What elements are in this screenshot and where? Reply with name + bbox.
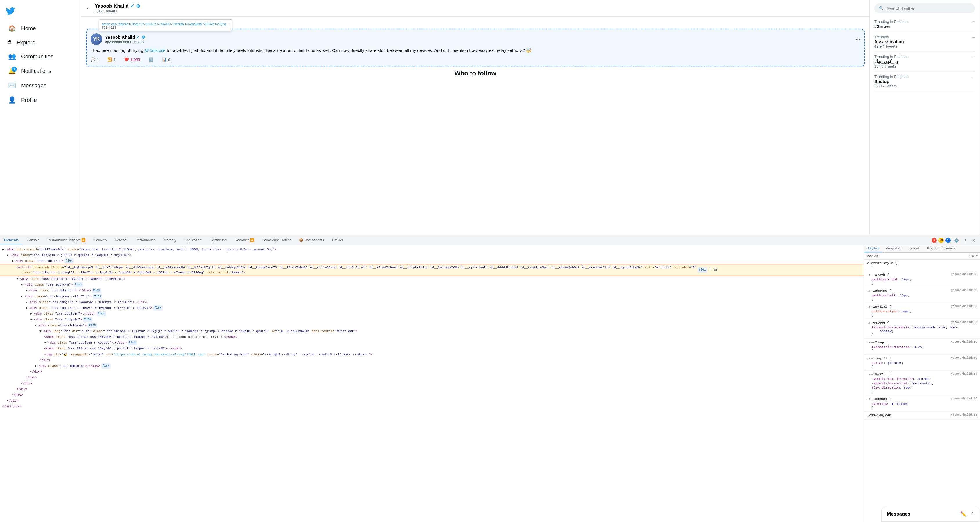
style-selector-6: .r-1loqt21 { [867, 356, 891, 360]
devtools-tab-js-profiler[interactable]: JavaScript Profiler [258, 236, 294, 244]
trending-more-1[interactable]: ··· [972, 19, 975, 24]
sidebar-item-notifications[interactable]: 🔔 1 Notifications [2, 64, 79, 78]
filter-plus-icon[interactable]: + [969, 254, 971, 258]
trending-more-4[interactable]: ··· [972, 75, 975, 79]
style-selector-8: .r-1udh08x { [867, 397, 891, 401]
devtools-tab-sources[interactable]: Sources [90, 236, 111, 244]
flex-badge-11: flex [97, 311, 106, 316]
tweet-more-button[interactable]: ··· [856, 36, 860, 42]
html-line-13[interactable]: ▼ <div class="css-1dbjc4n"> flex [0, 322, 864, 328]
html-content-6: ▼ <div class="css-1dbjc4n"> [21, 282, 73, 287]
trending-item-4: Trending in Pakistan ··· Shutup 3,605 Tw… [874, 71, 975, 91]
share-action[interactable]: ⬆️ [149, 57, 153, 62]
styles-filter-input[interactable] [867, 254, 967, 258]
like-action[interactable]: ❤️ 1,955 [124, 57, 140, 62]
html-content-11: ▶ <div class="css-1dbjc4n">…</div> [30, 311, 95, 316]
html-line-6[interactable]: ▼ <div class="css-1dbjc4n"> flex [0, 282, 864, 288]
trending-item-1-header: Trending in Pakistan ··· [874, 19, 975, 24]
html-line-close2[interactable]: </div> [0, 369, 864, 375]
html-close-4: </div> [21, 381, 32, 386]
html-close-7: </div> [7, 398, 19, 403]
html-line-7[interactable]: ▶ <div class="css-1dbjc4n">…</div> flex [0, 288, 864, 294]
style-rule-header-8: .r-1udh08x { yasoobkhalid:26 [867, 397, 977, 401]
html-line-close1[interactable]: </div> [0, 357, 864, 363]
styles-tab-computed[interactable]: Computed [883, 245, 905, 252]
devtools-tab-performance[interactable]: Performance [132, 236, 160, 244]
more-icon[interactable]: ⋮ [962, 238, 969, 243]
style-rule-ro7ynqc: .r-o7ynqc { yasoobkhalid:60 transition-d… [864, 339, 980, 355]
style-rule-header-3: .r-1ny4l3l { yasoobkhalid:60 [867, 305, 977, 309]
html-line-close6[interactable]: </div> [0, 392, 864, 398]
style-rule-r1qhn6m8: .r-1qhn6m8 { yasoobkhalid:60 padding-lef… [864, 287, 980, 303]
styles-tab-event-listeners[interactable]: Event Listeners [923, 245, 959, 252]
tweet-count: 1,051 Tweets [95, 9, 865, 13]
retweet-action[interactable]: 🔁 1 [107, 57, 116, 62]
filter-grid-icon[interactable]: ⊞ [972, 254, 975, 258]
close-devtools-icon[interactable]: ✕ [971, 238, 977, 243]
html-line-10[interactable]: ▼ <div class="css-1dbjc4n r-1iusvr4 r-16… [0, 305, 864, 311]
twitter-logo[interactable] [0, 3, 81, 20]
html-content-15: <span class="css-901oao css-16my406 r-po… [44, 334, 238, 340]
html-line-1[interactable]: ▶ <div data-testid="cellInnerDiv" style=… [0, 246, 864, 252]
devtools-tab-profiler[interactable]: Profiler [328, 236, 347, 244]
styles-tab-layout[interactable]: Layout [905, 245, 923, 252]
devtools-tab-recorder[interactable]: Recorder 🔼 [231, 236, 259, 244]
devtools-tab-lighthouse[interactable]: Lighthouse [205, 236, 231, 244]
html-line-15[interactable]: <span class="css-901oao css-16my406 r-po… [0, 334, 864, 340]
html-line-8[interactable]: ▼ <div class="css-1dbjc4n r-18u37iz"> fl… [0, 294, 864, 299]
tweet-card: YK Yasoob Khalid ✓ ⊕ @yasoobkhalid · Aug… [86, 29, 865, 67]
html-line-close3[interactable]: </div> [0, 375, 864, 381]
sidebar-item-notifications-label: Notifications [21, 68, 51, 74]
sidebar-item-profile[interactable]: 👤 Profile [2, 94, 79, 107]
search-bar[interactable]: 🔍 [874, 3, 975, 13]
html-line-2[interactable]: ▶ <div class="css-1dbjc4n r-j5065s r-qkl… [0, 252, 864, 258]
style-origin-7: yasoobkhalid:54 [951, 372, 977, 377]
html-close-3: </div> [25, 375, 37, 380]
html-line-11[interactable]: ▶ <div class="css-1dbjc4n">…</div> flex [0, 311, 864, 317]
html-line-19[interactable]: ▶ <div class="css-1dbjc4n">…</div> flex [0, 363, 864, 369]
html-line-5[interactable]: ▼ <div class="css-1dbjc4n r-16y2uox r-1w… [0, 276, 864, 282]
devtools-tab-performance-insights[interactable]: Performance insights 🔼 [43, 236, 90, 244]
style-origin-9: yasoobkhalid:18 [951, 413, 977, 417]
html-line-12[interactable]: ▼ <div class="css-1dbjc4n"> flex [0, 317, 864, 322]
reply-action[interactable]: 💬 1 [91, 57, 99, 62]
html-line-9[interactable]: ▶ <div class="css-1dbjc4n r-1awozwy r-18… [0, 299, 864, 305]
info-badge: 1 [945, 238, 951, 243]
sidebar-item-explore[interactable]: # Explore [2, 36, 79, 49]
html-line-close-article[interactable]: </article> [0, 404, 864, 409]
html-line-18[interactable]: <img alt="🤯" draggable="false" src="http… [0, 351, 864, 357]
trending-more-3[interactable]: ··· [972, 54, 975, 59]
html-line-16[interactable]: ▼ <div class="css-1dbjc4n r-xoduu5">…</d… [0, 340, 864, 346]
analytics-action[interactable]: 📊 9 [162, 57, 170, 62]
sidebar-item-home[interactable]: 🏠 Home [2, 22, 79, 35]
filter-more-icon[interactable]: ≡ [976, 254, 978, 258]
html-content-16: ▼ <div class="css-1dbjc4n r-xoduu5">…</d… [44, 340, 127, 345]
back-button[interactable]: ← [86, 5, 91, 11]
trending-more-2[interactable]: ··· [972, 35, 975, 39]
devtools-tab-memory[interactable]: Memory [160, 236, 180, 244]
html-line-17[interactable]: <span class="css-901oao css-16my406 r-po… [0, 346, 864, 351]
tweet-header: ← Yasoob Khalid ✓ ⊕ 1,051 Tweets [81, 0, 869, 16]
devtools-tab-network[interactable]: Network [111, 236, 132, 244]
sidebar-item-communities[interactable]: 👥 Communities [2, 50, 79, 63]
html-line-close7[interactable]: </div> [0, 398, 864, 404]
tweet-mention[interactable]: @Tailscale [145, 48, 166, 53]
tweet-verified-icon: ⊕ [142, 35, 145, 40]
html-line-3[interactable]: ▼ <div class="css-1dbjc4n"> flex [0, 258, 864, 264]
devtools-tab-application[interactable]: Application [180, 236, 205, 244]
elements-panel: ▶ <div data-testid="cellInnerDiv" style=… [0, 245, 864, 522]
html-line-close4[interactable]: </div> [0, 381, 864, 386]
devtools-tab-components[interactable]: 📦 Components [295, 236, 328, 244]
html-line-14[interactable]: ▼ <div lang="en" dir="auto" class="css-9… [0, 328, 864, 334]
style-rule-r1loqt21: .r-1loqt21 { yasoobkhalid:60 cursor: poi… [864, 355, 980, 371]
devtools-tab-console[interactable]: Console [23, 236, 43, 244]
styles-tab-styles[interactable]: Styles [864, 245, 883, 252]
search-input[interactable] [886, 6, 970, 11]
devtools-tab-elements[interactable]: Elements [0, 236, 23, 244]
sidebar-item-messages[interactable]: ✉️ Messages [2, 79, 79, 92]
settings-icon[interactable]: ⚙️ [953, 238, 960, 243]
style-selector-1: .r-1023vh { [867, 273, 889, 277]
html-line-article[interactable]: <article aria-labelledby="id__9g1pswsju5… [0, 265, 864, 276]
flex-badge-7: flex [92, 288, 101, 293]
html-line-close5[interactable]: </div> [0, 386, 864, 392]
